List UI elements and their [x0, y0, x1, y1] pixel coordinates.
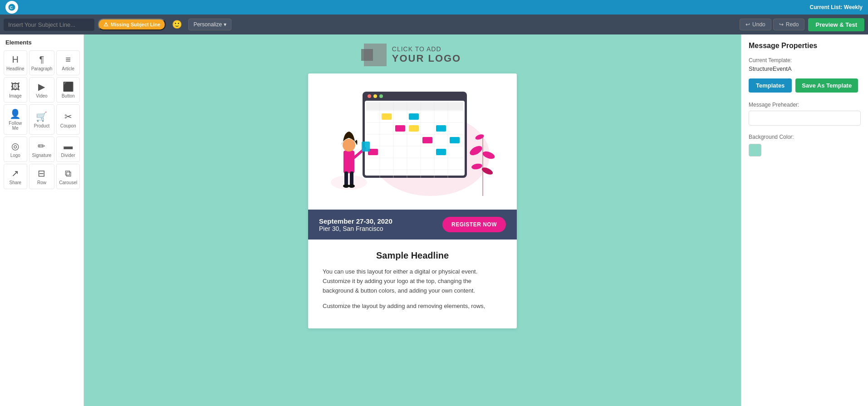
current-template-name: StructureEventA — [749, 65, 861, 72]
headline-label: Headline — [6, 66, 24, 71]
logo-label: Logo — [10, 153, 20, 158]
logo-placeholder-small — [361, 49, 373, 61]
bg-color-label: Background Color: — [749, 134, 861, 140]
svg-point-41 — [343, 184, 349, 188]
template-action-buttons: Templates Save As Template — [749, 78, 861, 93]
undo-redo-group: ↩ Undo ↪ Redo — [740, 19, 804, 30]
undo-button[interactable]: ↩ Undo — [740, 19, 771, 30]
button-icon: ⬛ — [63, 81, 74, 92]
toolbar: Missing Subject Line 🙂 Personalize ▾ ↩ U… — [0, 15, 868, 34]
save-as-template-button[interactable]: Save As Template — [795, 78, 858, 93]
element-item-headline[interactable]: HHeadline — [4, 50, 27, 75]
your-logo-text: YOUR LOGO — [392, 53, 461, 64]
right-panel: Message Properties Current Template: Str… — [741, 34, 868, 406]
signature-label: Signature — [32, 153, 52, 158]
email-hero — [308, 73, 517, 210]
emoji-button[interactable]: 🙂 — [169, 19, 185, 30]
event-details: September 27-30, 2020 Pier 30, San Franc… — [319, 217, 392, 232]
element-item-coupon[interactable]: ✂Coupon — [56, 104, 80, 135]
product-icon: 🛒 — [36, 111, 47, 122]
top-bar: C Current List: Weekly — [0, 0, 868, 15]
element-item-button[interactable]: ⬛Button — [56, 77, 80, 103]
logo-click-area[interactable]: CLICK TO ADD YOUR LOGO — [364, 44, 461, 66]
element-item-logo[interactable]: ◎Logo — [4, 137, 27, 162]
element-item-follow-me[interactable]: 👤Follow Me — [4, 104, 27, 135]
follow-me-icon: 👤 — [10, 108, 21, 119]
register-now-button[interactable]: REGISTER NOW — [442, 217, 506, 232]
chevron-down-icon: ▾ — [224, 21, 226, 28]
elements-title: Elements — [4, 39, 80, 46]
logo-icon: ◎ — [11, 141, 19, 152]
divider-label: Divider — [61, 153, 75, 158]
paragraph-icon: ¶ — [39, 54, 44, 65]
redo-button[interactable]: ↪ Redo — [773, 19, 805, 30]
current-template-label: Current Template: — [749, 57, 861, 64]
svg-rect-21 — [382, 113, 392, 120]
svg-rect-39 — [344, 171, 348, 185]
click-to-add-text: CLICK TO ADD — [392, 45, 461, 53]
email-container: September 27-30, 2020 Pier 30, San Franc… — [308, 73, 517, 328]
signature-icon: ✏ — [38, 141, 45, 152]
svg-point-38 — [343, 139, 355, 152]
row-label: Row — [37, 180, 46, 185]
subject-input[interactable] — [4, 19, 94, 31]
preheader-label: Message Preheader: — [749, 102, 861, 108]
element-item-video[interactable]: ▶Video — [29, 77, 55, 103]
element-grid: HHeadline¶Paragraph≡Article🖼Image▶Video⬛… — [4, 50, 80, 189]
carousel-label: Carousel — [59, 180, 77, 185]
svg-point-5 — [368, 94, 371, 98]
sample-headline: Sample Headline — [323, 250, 502, 261]
email-canvas[interactable]: CLICK TO ADD YOUR LOGO — [84, 34, 741, 406]
element-item-article[interactable]: ≡Article — [56, 50, 80, 75]
preview-test-button[interactable]: Preview & Test — [808, 18, 864, 31]
element-item-signature[interactable]: ✏Signature — [29, 137, 55, 162]
missing-subject-badge[interactable]: Missing Subject Line — [98, 19, 166, 30]
svg-rect-43 — [362, 142, 370, 152]
svg-rect-29 — [436, 149, 446, 155]
element-item-paragraph[interactable]: ¶Paragraph — [29, 50, 55, 75]
svg-rect-24 — [409, 125, 419, 132]
image-label: Image — [9, 93, 22, 98]
paragraph-label: Paragraph — [31, 66, 53, 71]
elements-sidebar: Elements HHeadline¶Paragraph≡Article🖼Ima… — [0, 34, 84, 406]
coupon-label: Coupon — [60, 123, 76, 128]
element-item-divider[interactable]: ▬Divider — [56, 137, 80, 162]
divider-icon: ▬ — [64, 141, 73, 152]
redo-icon: ↪ — [779, 21, 784, 28]
svg-point-36 — [331, 175, 367, 190]
body-text-2: Customize the layout by adding and remov… — [323, 302, 502, 311]
product-label: Product — [34, 123, 49, 128]
video-icon: ▶ — [38, 81, 45, 92]
svg-point-42 — [348, 184, 355, 188]
panel-title: Message Properties — [749, 42, 861, 50]
logo-text-block: CLICK TO ADD YOUR LOGO — [392, 45, 461, 64]
headline-icon: H — [12, 54, 19, 65]
row-icon: ⊟ — [38, 168, 45, 179]
app-logo[interactable]: C — [5, 1, 18, 14]
personalize-label: Personalize — [193, 21, 222, 28]
preheader-input[interactable] — [749, 111, 861, 126]
element-item-carousel[interactable]: ⧉Carousel — [56, 164, 80, 189]
personalize-button[interactable]: Personalize ▾ — [188, 19, 231, 30]
svg-rect-8 — [366, 102, 463, 110]
element-item-row[interactable]: ⊟Row — [29, 164, 55, 189]
element-item-share[interactable]: ↗Share — [4, 164, 27, 189]
element-item-product[interactable]: 🛒Product — [29, 104, 55, 135]
video-label: Video — [36, 93, 47, 98]
current-list-label: Current List: — [810, 4, 843, 10]
svg-rect-26 — [422, 137, 432, 143]
background-color-swatch[interactable] — [749, 144, 761, 157]
svg-rect-37 — [343, 151, 354, 173]
templates-button[interactable]: Templates — [749, 78, 792, 93]
svg-rect-27 — [450, 137, 460, 143]
current-list-name: Weekly — [844, 4, 863, 10]
follow-me-label: Follow Me — [6, 121, 25, 131]
undo-icon: ↩ — [745, 21, 750, 28]
email-body: Sample Headline You can use this layout … — [308, 240, 517, 328]
article-icon: ≡ — [65, 54, 71, 65]
svg-rect-40 — [350, 171, 353, 185]
button-label: Button — [62, 93, 75, 98]
element-item-image[interactable]: 🖼Image — [4, 77, 27, 103]
svg-rect-25 — [436, 125, 446, 132]
undo-label: Undo — [752, 21, 765, 28]
